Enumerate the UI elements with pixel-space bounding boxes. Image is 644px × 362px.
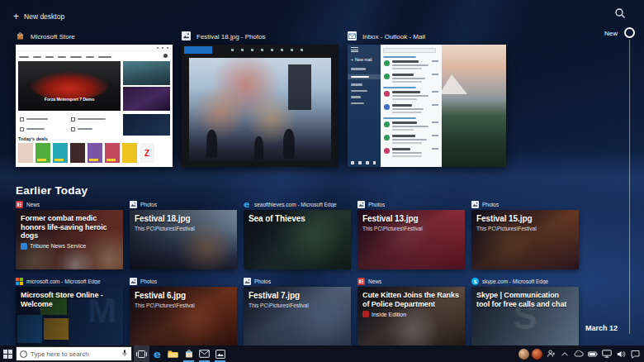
microphone-icon[interactable] [121, 346, 128, 361]
skype-icon: S [471, 278, 479, 285]
store-icon [16, 31, 25, 42]
search-button[interactable] [614, 7, 626, 22]
photos-icon [130, 278, 137, 285]
store-promo-tile-1 [123, 61, 170, 85]
card-app-label: Photos [140, 279, 157, 284]
photos-icon [358, 201, 365, 208]
network-icon[interactable] [601, 345, 613, 362]
card-title: Festival 18.jpg [135, 214, 232, 224]
new-mail-label: New mail [355, 57, 372, 62]
taskbar-store-button[interactable] [181, 345, 197, 362]
chevron-up-icon[interactable] [559, 345, 571, 362]
store-hero-banner: Forza Motorsport 7 Demo [18, 61, 121, 111]
timeline-card-news-dogs[interactable]: News Former combat medic honors life-sav… [16, 199, 123, 269]
taskbar-photos-button[interactable] [212, 345, 228, 362]
section-title: Earlier Today [16, 184, 88, 197]
timeline-card-festival-18[interactable]: Photos Festival 18.jpg This PC\Pictures\… [130, 199, 237, 269]
task-view-screen: + New desktop New March 12 Microsoft Sto… [0, 0, 644, 362]
timeline-scrubber-handle[interactable] [624, 27, 635, 38]
window-header: Festival 18.jpg - Photos [182, 31, 340, 42]
card-subtitle: This PC\Pictures\Festival [135, 226, 232, 231]
card-app-label: Photos [140, 202, 157, 207]
store-deals-heading: Today's deals [18, 136, 48, 141]
window-photos[interactable]: Festival 18.jpg - Photos [182, 31, 340, 168]
new-desktop-button[interactable]: + New desktop [13, 12, 64, 21]
taskbar-tray [519, 345, 644, 362]
card-source: Inside Edition [372, 312, 406, 317]
microsoft-logo-icon [16, 278, 23, 285]
store-titlebar [16, 45, 173, 51]
store-deals-row: Z [18, 143, 170, 164]
file-explorer-icon [168, 350, 178, 359]
card-app-label: Photos [482, 202, 499, 207]
battery-icon[interactable] [587, 345, 599, 362]
people-icon[interactable] [545, 345, 556, 362]
hamburger-icon [351, 47, 358, 52]
hero-car-image [31, 72, 108, 100]
festival-photo [189, 58, 331, 162]
cortana-icon [20, 350, 27, 358]
photos-toolbar-icons [231, 49, 305, 51]
deal-tile [70, 143, 85, 163]
timeline-card-festival-13[interactable]: Photos Festival 13.jpg This PC\Pictures\… [358, 199, 465, 269]
timeline-card-festival-6[interactable]: Photos Festival 6.jpg This PC\Pictures\F… [130, 276, 237, 346]
window-title: Festival 18.jpg - Photos [197, 33, 266, 40]
timeline-card-news-kitten[interactable]: News Cute Kitten Joins the Ranks of Poli… [358, 276, 465, 346]
search-icon [614, 7, 626, 21]
deal-tile [18, 143, 33, 163]
deal-tile [105, 143, 120, 163]
timeline-card-festival-15[interactable]: Photos Festival 15.jpg This PC\Pictures\… [471, 199, 579, 269]
speaker-icon[interactable] [615, 345, 627, 362]
taskbar-mail-button[interactable] [197, 345, 212, 362]
timeline-scrollbar-track[interactable] [629, 40, 630, 334]
timeline-card-ms-store-online[interactable]: microsoft.com - Microsoft Edge M Microso… [16, 276, 123, 346]
deal-tile-z: Z [140, 143, 154, 163]
mail-sidebar-footer-icons [351, 161, 376, 164]
card-title: Cute Kitten Joins the Ranks of Police De… [362, 291, 460, 308]
taskbar: e [0, 345, 644, 362]
timeline-new-label: New [590, 30, 618, 37]
timeline-card-skype[interactable]: S skype.com - Microsoft Edge S Skype | C… [471, 276, 579, 346]
card-title: Festival 13.jpg [362, 214, 460, 224]
timeline-card-festival-7[interactable]: Photos Festival 7.jpg This PC\Pictures\F… [244, 276, 351, 346]
taskbar-edge-button[interactable]: e [149, 345, 165, 362]
photos-icon [471, 201, 479, 208]
search-input[interactable] [31, 350, 118, 358]
store-promo-tile-2 [123, 87, 170, 111]
card-app-label: Photos [254, 279, 271, 284]
window-title: Microsoft Store [31, 33, 75, 40]
mail-sidebar: +New mail [348, 45, 381, 167]
timeline-card-sea-of-thieves[interactable]: e seaofthieves.com - Microsoft Edge Sea … [244, 199, 351, 269]
card-subtitle: This PC\Pictures\Festival [135, 302, 232, 308]
window-microsoft-store[interactable]: Microsoft Store Forza Motorsport 7 Demo … [16, 31, 174, 168]
action-center-icon[interactable] [629, 345, 641, 362]
window-header: Microsoft Store [16, 31, 174, 42]
task-view-button[interactable] [134, 345, 149, 362]
news-icon [16, 201, 23, 208]
taskbar-file-explorer-button[interactable] [165, 345, 181, 362]
inside-edition-icon [362, 311, 369, 317]
tribune-news-service-icon [21, 243, 27, 250]
window-thumbnail-mail[interactable]: +New mail [348, 45, 506, 167]
windows-start-icon [3, 350, 12, 359]
start-button[interactable] [0, 345, 16, 362]
taskbar-search-box[interactable] [16, 346, 132, 361]
crowd-figure [206, 130, 217, 158]
news-icon [358, 278, 365, 285]
people-avatar-2[interactable] [532, 349, 542, 360]
photos-icon [182, 31, 191, 42]
window-thumbnail-photos[interactable] [182, 45, 339, 167]
card-subtitle: This PC\Pictures\Festival [476, 226, 574, 231]
crowd-figure [254, 136, 263, 160]
edge-icon: e [244, 201, 251, 208]
window-thumbnail-store[interactable]: Forza Motorsport 7 Demo Today's deals [16, 45, 173, 167]
mail-message-list [381, 45, 442, 167]
window-mail[interactable]: Inbox - Outlook - Mail +New mail [348, 31, 506, 168]
card-title: Festival 7.jpg [249, 291, 346, 301]
task-view-icon [136, 350, 147, 359]
stage-tower [288, 64, 311, 110]
onedrive-cloud-icon[interactable] [573, 345, 585, 362]
people-avatar-1[interactable] [519, 349, 529, 360]
card-title: Former combat medic honors life-saving h… [21, 214, 118, 241]
photos-icon [244, 278, 251, 285]
